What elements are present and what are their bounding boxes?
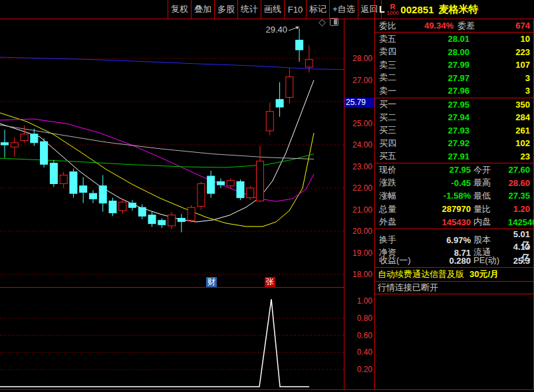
diamond-marker-icon[interactable]: ◇ — [319, 17, 326, 27]
axis-tick-label: 0.60 — [344, 331, 372, 340]
fundamental-stats: 换手6.97%股本5.01亿净资8.71流通4.13亿收益(一)0.280PE(… — [375, 229, 533, 268]
stat-label: 最高 — [471, 177, 508, 189]
stat-value: 27.95 — [418, 165, 471, 175]
buy-level-row[interactable]: 买三27.93261 — [375, 124, 533, 138]
flag-cai[interactable]: 财 — [206, 277, 217, 287]
quote-stat-row: 现价27.95今开27.60 — [375, 163, 533, 177]
level-price: 27.96 — [408, 86, 469, 96]
svg-text:29.40: 29.40 — [265, 25, 287, 35]
level-label: 买五 — [379, 150, 408, 162]
level-label: 卖一 — [379, 85, 408, 97]
buy-level-row[interactable]: 买五27.9123 — [375, 150, 533, 163]
buy-level-row[interactable]: 买一27.95350 — [375, 98, 533, 112]
level-volume: 223 — [469, 47, 530, 57]
axis-tick-label: 21.00 — [344, 205, 372, 215]
split-view-icon[interactable] — [330, 18, 338, 26]
sell-order-book: 卖五28.0110卖四28.00223卖三27.99107卖二27.973卖一2… — [375, 33, 533, 98]
sell-level-row[interactable]: 卖一27.963 — [375, 84, 533, 98]
stat-label: 外盘 — [379, 216, 418, 228]
stat-label: 换手 — [379, 234, 418, 246]
buy-level-row[interactable]: 买四27.92102 — [375, 137, 533, 150]
market-flag-r: R 1000 — [387, 3, 399, 16]
stat-value: -1.58% — [418, 191, 471, 201]
stock-name: 麦格米特 — [438, 3, 478, 16]
axis-tick-label: 28.00 — [344, 54, 372, 63]
stat-value: 287970 — [418, 204, 471, 214]
level-price: 27.95 — [408, 100, 469, 110]
axis-tick-label: 22.00 — [344, 183, 372, 193]
level-label: 买二 — [379, 112, 408, 124]
stat-value: 27.35 — [508, 191, 530, 201]
stat-label: 总量 — [379, 203, 418, 215]
stat-label: 今开 — [471, 164, 508, 176]
stat-value: 1.20 — [508, 204, 530, 214]
stat-label: 股本 — [471, 234, 508, 246]
level-price: 28.00 — [408, 47, 469, 57]
axis-tick-label: 19.00 — [344, 248, 372, 258]
buy-order-book: 买一27.95350买二27.94284买三27.93261买四27.92102… — [375, 98, 533, 164]
quote-stat-row: 外盘145430内盘142540 — [375, 215, 533, 229]
level-price: 27.92 — [408, 138, 469, 148]
axis-tick-label: 18.00 — [344, 270, 372, 279]
stock-trading-app: 复权叠加多股统计画线F10标记+自选返回 L R 1000 002851 麦格米… — [0, 0, 534, 392]
quote-stats: 现价27.95今开27.60涨跌-0.45最高28.60涨幅-1.58%最低27… — [375, 163, 533, 229]
level-price: 27.99 — [408, 60, 469, 70]
promo-price: 30元/月 — [469, 268, 499, 280]
level-price: 27.97 — [408, 73, 469, 83]
level-volume: 261 — [469, 126, 530, 136]
axis-tick-label: 0.40 — [344, 347, 372, 357]
level-label: 买三 — [379, 124, 408, 136]
sell-level-row[interactable]: 卖二27.973 — [375, 72, 533, 85]
sell-level-row[interactable]: 卖五28.0110 — [375, 33, 533, 46]
level-label: 卖二 — [379, 72, 408, 84]
level-volume: 350 — [469, 100, 530, 110]
stat-value: 25.3 — [508, 256, 530, 266]
level-volume: 102 — [469, 138, 530, 148]
axis-tick-label: 0.20 — [344, 365, 372, 374]
axis-tick-label: 23.00 — [344, 162, 372, 171]
sell-level-row[interactable]: 卖三27.99107 — [375, 58, 533, 72]
axis-tick-label: 0.80 — [344, 314, 372, 323]
level-price: 27.94 — [408, 112, 469, 122]
candlestick-chart[interactable]: 29.40 ◇ 财张 — [0, 0, 344, 392]
buy-level-row[interactable]: 买二27.94284 — [375, 111, 533, 124]
stat-value: 0.280 — [418, 256, 471, 266]
stat-value: 28.60 — [508, 178, 530, 188]
stat-label: 现价 — [379, 164, 418, 176]
stat-label: 涨跌 — [379, 177, 418, 189]
level-volume: 23 — [469, 151, 530, 161]
flag-zhang[interactable]: 张 — [265, 277, 275, 287]
price-axis: 28.0027.0025.0024.0023.0022.0021.0020.00… — [344, 19, 374, 389]
stat-label: 最低 — [471, 190, 508, 202]
level-volume: 107 — [469, 60, 530, 70]
weicha-value: 674 — [484, 21, 530, 31]
fundamental-stat-row: 收益(一)0.280PE(动)25.3 — [375, 254, 533, 267]
axis-tick-label: 27.00 — [344, 76, 372, 85]
stat-value: -0.45 — [418, 178, 471, 188]
level-label: 卖三 — [379, 59, 408, 71]
weibi-row: 委比 49.34% 委差 674 — [375, 19, 533, 33]
promo-text: 自动续费通达信普及版 — [378, 268, 464, 280]
sell-level-row[interactable]: 卖四28.00223 — [375, 46, 533, 59]
stat-label: PE(动) — [471, 254, 508, 266]
level-volume: 10 — [469, 34, 530, 44]
stat-label: 量比 — [471, 203, 508, 215]
stat-value: 145430 — [418, 217, 471, 227]
chart-canvas[interactable]: 29.40 — [0, 0, 344, 392]
promo-banner[interactable]: 自动续费通达信普及版 30元/月 — [375, 268, 533, 282]
stock-code: 002851 — [400, 4, 434, 15]
stat-value: 6.97% — [418, 235, 471, 245]
weibi-label: 委比 — [379, 20, 406, 32]
level-price: 28.01 — [408, 34, 469, 44]
level-label: 卖五 — [379, 33, 408, 45]
stat-label: 收益(一) — [379, 254, 418, 266]
last-price-tag: 25.79 — [344, 98, 375, 108]
fundamental-stat-row: 换手6.97%股本5.01亿 — [375, 229, 533, 242]
quote-stat-row: 涨跌-0.45最高28.60 — [375, 177, 533, 190]
title-bar: L R 1000 002851 麦格米特 — [374, 0, 534, 19]
level-label: 买一 — [379, 98, 408, 110]
quote-stat-row: 总量287970量比1.20 — [375, 203, 533, 216]
level-price: 27.91 — [408, 151, 469, 161]
weibi-value: 49.34% — [406, 21, 454, 31]
stat-value: 27.60 — [508, 165, 530, 175]
